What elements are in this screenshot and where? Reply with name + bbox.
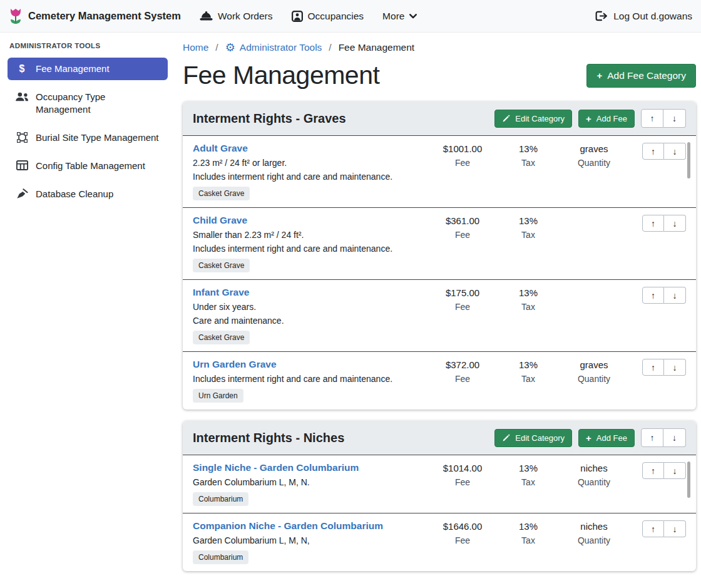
category-title: Interment Rights - Graves <box>193 111 494 126</box>
move-category-down-button[interactable]: ↓ <box>663 428 686 447</box>
breadcrumb-home-link[interactable]: Home <box>183 42 208 53</box>
move-category-down-button[interactable]: ↓ <box>663 109 686 128</box>
nav-work-orders[interactable]: Work Orders <box>200 11 273 22</box>
fee-row: Companion Niche - Garden Columbarium Gar… <box>183 513 696 571</box>
move-fee-up-button[interactable]: ↑ <box>642 287 664 304</box>
app-title: Cemetery Management System <box>28 10 181 22</box>
main-nav: Work Orders Occupancies More <box>200 11 417 22</box>
move-fee-down-button[interactable]: ↓ <box>664 143 686 160</box>
arrow-up-icon: ↑ <box>650 433 655 443</box>
quantity-label: Quantity <box>578 158 610 168</box>
sidebar-item-database-cleanup[interactable]: Database Cleanup <box>8 183 168 205</box>
sidebar-item-burial-site-type-management[interactable]: Burial Site Type Management <box>8 126 168 149</box>
tulip-logo-icon <box>9 8 23 24</box>
move-fee-down-button[interactable]: ↓ <box>664 462 686 479</box>
fee-name-link[interactable]: Urn Garden Grave <box>193 359 277 370</box>
arrow-up-icon: ↑ <box>651 363 655 373</box>
move-fee-up-button[interactable]: ↑ <box>642 215 664 232</box>
arrow-up-icon: ↑ <box>650 113 655 123</box>
plus-icon: + <box>586 114 591 123</box>
arrow-up-icon: ↑ <box>651 147 655 157</box>
tax-value: 13% <box>519 215 538 226</box>
dollar-icon: $ <box>15 63 29 75</box>
sidebar-item-label: Fee Management <box>36 63 110 75</box>
nav-occupancies[interactable]: Occupancies <box>292 11 364 22</box>
move-fee-down-button[interactable]: ↓ <box>664 359 686 376</box>
fee-description: Under six years. <box>193 302 428 312</box>
scrollbar-thumb[interactable] <box>687 142 690 178</box>
fee-name-link[interactable]: Single Niche - Garden Columbarium <box>193 462 359 473</box>
fee-description: Garden Columbarium L, M, N. <box>193 477 428 487</box>
sidebar-item-occupancy-type-management[interactable]: Occupancy Type Management <box>8 86 168 121</box>
tax-label: Tax <box>521 374 535 384</box>
nav-more-dropdown[interactable]: More <box>382 11 417 22</box>
fee-label: Fee <box>455 230 470 240</box>
edit-category-button[interactable]: Edit Category <box>494 110 572 128</box>
plus-icon: + <box>596 71 602 80</box>
fee-row: Single Niche - Garden Columbarium Garden… <box>183 455 696 513</box>
breadcrumb-separator: / <box>329 42 331 53</box>
fee-name-link[interactable]: Infant Grave <box>193 287 249 298</box>
fee-label: Fee <box>455 302 470 312</box>
category-header: Interment Rights - Niches Edit Category … <box>183 421 696 455</box>
fee-type-badge: Urn Garden <box>193 389 243 403</box>
arrow-up-icon: ↑ <box>651 524 655 534</box>
gear-icon: ⚙ <box>225 42 235 53</box>
broom-icon <box>15 188 29 199</box>
tax-value: 13% <box>519 521 538 532</box>
add-fee-button[interactable]: + Add Fee <box>578 110 635 128</box>
sidebar-item-label: Burial Site Type Management <box>36 132 159 144</box>
scrollbar-thumb[interactable] <box>687 462 690 498</box>
tax-value: 13% <box>519 287 538 298</box>
breadcrumb-separator: / <box>215 42 218 53</box>
fee-description: Includes interment right and care and ma… <box>193 244 428 254</box>
app-brand-link[interactable]: Cemetery Management System <box>9 8 181 24</box>
fee-description: 2.23 m² / 24 ft² or larger. <box>193 158 428 168</box>
fee-type-badge: Casket Grave <box>193 187 250 200</box>
fee-type-badge: Casket Grave <box>193 259 250 272</box>
move-fee-down-button[interactable]: ↓ <box>664 287 686 304</box>
nav-more-label: More <box>382 11 404 22</box>
fee-list: Adult Grave 2.23 m² / 24 ft² or larger. … <box>183 136 696 410</box>
arrow-up-icon: ↑ <box>651 466 655 476</box>
arrow-down-icon: ↓ <box>673 291 677 301</box>
fee-label: Fee <box>455 535 470 545</box>
move-category-up-button[interactable]: ↑ <box>641 428 663 447</box>
fee-name-link[interactable]: Adult Grave <box>193 143 248 154</box>
fee-label: Fee <box>455 477 470 487</box>
plus-icon: + <box>586 433 591 443</box>
breadcrumb-admin-tools-link[interactable]: ⚙ Administrator Tools <box>225 42 322 53</box>
move-category-up-button[interactable]: ↑ <box>641 109 663 128</box>
sidebar-item-config-table-management[interactable]: Config Table Management <box>8 155 168 177</box>
move-fee-up-button[interactable]: ↑ <box>642 520 664 537</box>
quantity-label: Quantity <box>578 535 610 545</box>
sidebar-item-label: Occupancy Type Management <box>36 91 160 116</box>
tax-label: Tax <box>521 535 535 545</box>
arrow-down-icon: ↓ <box>673 363 677 373</box>
edit-category-button[interactable]: Edit Category <box>494 429 572 447</box>
sidebar-item-fee-management[interactable]: $ Fee Management <box>8 58 168 80</box>
fee-row: Adult Grave 2.23 m² / 24 ft² or larger. … <box>183 136 696 207</box>
move-fee-up-button[interactable]: ↑ <box>642 462 664 479</box>
add-fee-category-button[interactable]: + Add Fee Category <box>586 64 696 88</box>
nav-occupancies-label: Occupancies <box>308 11 364 22</box>
arrow-down-icon: ↓ <box>672 113 677 123</box>
move-fee-down-button[interactable]: ↓ <box>664 520 686 537</box>
fee-reorder-buttons: ↑ ↓ <box>642 520 686 537</box>
fee-amount: $1014.00 <box>443 463 483 473</box>
tax-value: 13% <box>519 463 538 473</box>
nav-work-orders-label: Work Orders <box>218 11 273 22</box>
logout-link[interactable]: Log Out d.gowans <box>595 11 692 22</box>
fee-label: Fee <box>455 158 470 168</box>
fee-name-link[interactable]: Child Grave <box>193 215 247 226</box>
arrow-up-icon: ↑ <box>651 291 655 301</box>
move-fee-down-button[interactable]: ↓ <box>664 215 686 232</box>
quantity-value: graves <box>580 143 608 154</box>
move-fee-up-button[interactable]: ↑ <box>642 359 664 376</box>
fee-reorder-buttons: ↑ ↓ <box>642 287 686 304</box>
add-fee-button[interactable]: + Add Fee <box>578 429 635 447</box>
fee-name-link[interactable]: Companion Niche - Garden Columbarium <box>193 520 383 532</box>
tax-label: Tax <box>521 158 535 168</box>
pencil-icon <box>502 434 510 442</box>
move-fee-up-button[interactable]: ↑ <box>642 143 664 160</box>
